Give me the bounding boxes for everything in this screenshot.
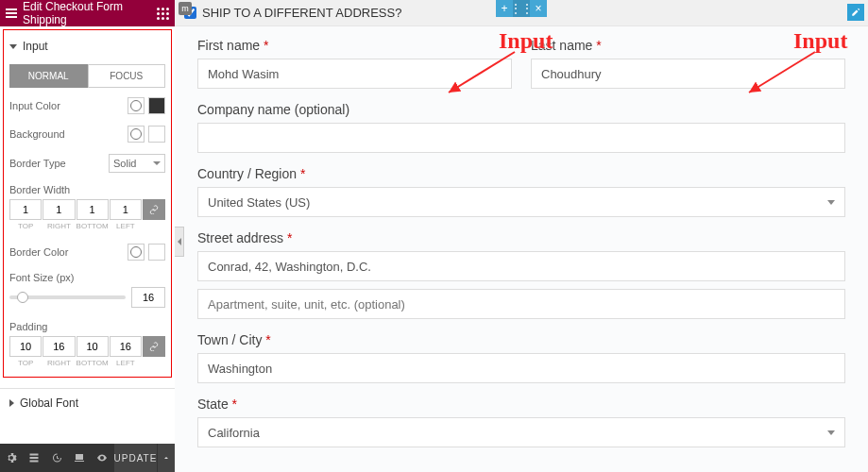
- state-tabs: NORMAL FOCUS: [9, 64, 165, 88]
- input-color-label: Input Color: [9, 100, 124, 111]
- edit-widget-icon[interactable]: [847, 4, 864, 21]
- street2-input[interactable]: [197, 289, 845, 319]
- pd-right[interactable]: [43, 336, 75, 357]
- last-name-field: Last name *: [531, 38, 845, 89]
- update-button[interactable]: UPDATE: [114, 444, 158, 472]
- bw-bottom[interactable]: [77, 199, 109, 220]
- font-size-input[interactable]: [131, 287, 165, 308]
- state-field: State * California: [197, 396, 845, 447]
- border-width-label: Border Width: [9, 184, 165, 195]
- bottom-toolbar: UPDATE: [0, 444, 175, 472]
- settings-icon[interactable]: [0, 444, 23, 472]
- country-label: Country / Region *: [197, 166, 845, 181]
- state-value: California: [208, 426, 260, 440]
- input-style-section: Input NORMAL FOCUS Input Color Backgroun…: [3, 29, 172, 378]
- section-close-icon[interactable]: ×: [530, 0, 547, 17]
- last-name-label: Last name *: [531, 38, 845, 53]
- chevron-down-icon: [827, 200, 835, 205]
- company-label: Company name (optional): [197, 102, 845, 117]
- background-swatch[interactable]: [148, 126, 165, 143]
- bw-left[interactable]: [110, 199, 142, 220]
- city-label: Town / City *: [197, 332, 845, 347]
- country-select[interactable]: United States (US): [197, 187, 845, 217]
- street-field: Street address *: [197, 230, 845, 319]
- company-field: Company name (optional): [197, 102, 845, 153]
- border-type-label: Border Type: [9, 158, 109, 169]
- font-size-label: Font Size (px): [9, 272, 165, 283]
- chevron-down-icon: [827, 430, 835, 435]
- section-handles: + ⋮⋮ ×: [496, 0, 547, 17]
- update-options-icon[interactable]: [157, 444, 175, 472]
- widget-marker-icon[interactable]: m: [179, 2, 192, 15]
- global-icon[interactable]: [128, 126, 145, 143]
- responsive-icon[interactable]: [68, 444, 91, 472]
- city-field: Town / City *: [197, 332, 845, 383]
- city-input[interactable]: [197, 353, 845, 383]
- collapse-sidebar-handle[interactable]: [175, 227, 184, 257]
- section-title: Input: [23, 40, 48, 53]
- section-drag-icon[interactable]: ⋮⋮: [513, 0, 530, 17]
- padding-control: Padding TOP RIGHT BOTTOM LEFT: [9, 321, 165, 367]
- border-type-row: Border Type Solid: [9, 154, 165, 173]
- last-name-input[interactable]: [531, 59, 845, 89]
- input-color-row: Input Color: [9, 97, 165, 114]
- shipping-heading: SHIP TO A DIFFERENT ADDRESS?: [202, 6, 401, 20]
- street1-input[interactable]: [197, 251, 845, 281]
- editor-sidebar: Edit Checkout Form Shipping Input NORMAL…: [0, 0, 175, 472]
- chevron-down-icon: [153, 161, 161, 165]
- background-row: Background: [9, 126, 165, 143]
- widget-grid-icon[interactable]: [157, 8, 169, 20]
- border-type-select[interactable]: Solid: [109, 154, 165, 173]
- pd-left[interactable]: [110, 336, 142, 357]
- tab-normal[interactable]: NORMAL: [9, 64, 88, 88]
- panel-header: Edit Checkout Form Shipping: [0, 0, 175, 26]
- history-icon[interactable]: [45, 444, 68, 472]
- street-label: Street address *: [197, 230, 845, 245]
- pd-top[interactable]: [9, 336, 42, 357]
- panel-title: Edit Checkout Form Shipping: [23, 0, 151, 26]
- first-name-label: First name *: [197, 38, 512, 53]
- slider-thumb[interactable]: [17, 292, 28, 303]
- state-label: State *: [197, 396, 845, 412]
- caret-down-icon: [9, 44, 17, 49]
- shipping-form: First name * Last name * Company name (o…: [175, 26, 868, 472]
- global-font-toggle[interactable]: Global Font: [0, 388, 175, 417]
- preview-icon[interactable]: [91, 444, 113, 472]
- country-field: Country / Region * United States (US): [197, 166, 845, 217]
- bw-right[interactable]: [43, 199, 75, 220]
- border-color-label: Border Color: [9, 246, 124, 258]
- global-font-label: Global Font: [20, 396, 78, 410]
- input-color-swatch[interactable]: [148, 97, 165, 114]
- link-values-icon[interactable]: [143, 336, 165, 357]
- menu-icon[interactable]: [6, 8, 17, 18]
- country-value: United States (US): [208, 195, 310, 210]
- link-values-icon[interactable]: [143, 199, 165, 220]
- editor-canvas: m + ⋮⋮ × SHIP TO A DIFFERENT ADDRESS? In…: [175, 0, 868, 472]
- font-size-slider[interactable]: [9, 295, 126, 299]
- border-color-row: Border Color: [9, 244, 165, 261]
- first-name-input[interactable]: [197, 59, 512, 89]
- caret-right-icon: [9, 399, 14, 407]
- pd-bottom[interactable]: [77, 336, 109, 357]
- border-type-value: Solid: [113, 158, 136, 169]
- state-select[interactable]: California: [197, 417, 845, 447]
- global-icon[interactable]: [128, 244, 145, 261]
- input-section-toggle[interactable]: Input: [9, 34, 165, 59]
- tab-focus[interactable]: FOCUS: [88, 64, 166, 88]
- first-name-field: First name *: [197, 38, 512, 89]
- padding-label: Padding: [9, 321, 165, 332]
- company-input[interactable]: [197, 123, 845, 153]
- font-size-control: Font Size (px): [9, 272, 165, 308]
- border-width-control: Border Width TOP RIGHT BOTTOM LEFT: [9, 184, 165, 230]
- border-color-swatch[interactable]: [148, 244, 165, 261]
- bw-top[interactable]: [9, 199, 42, 220]
- background-label: Background: [9, 128, 124, 140]
- global-icon[interactable]: [128, 97, 145, 114]
- navigator-icon[interactable]: [23, 444, 45, 472]
